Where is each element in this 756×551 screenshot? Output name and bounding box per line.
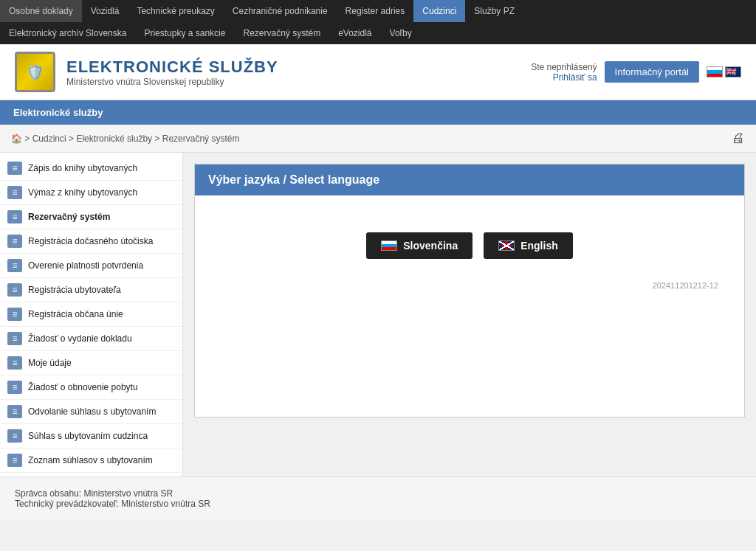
nav-item[interactable]: Cezhraničné podnikanie <box>224 0 337 22</box>
sidebar-item-label: Rezervačný systém <box>28 212 110 222</box>
logo-badge: 🛡️ <box>15 52 55 92</box>
sidebar-item-label: Registrácia občana únie <box>28 309 123 319</box>
list-icon <box>7 356 22 370</box>
print-icon[interactable]: 🖨 <box>732 131 745 146</box>
list-icon <box>7 210 22 223</box>
slovak-flag-icon <box>381 240 397 251</box>
nav-item[interactable]: eVozidlá <box>329 22 380 44</box>
sidebar-item[interactable]: Žiadosť o vydanie dokladu <box>0 327 182 351</box>
sidebar-item-label: Žiadosť o vydanie dokladu <box>28 333 132 344</box>
login-info: Ste neprihlásený Prihlásiť sa <box>531 62 597 83</box>
header-title: ELEKTRONICKÉ SLUŽBY Ministerstvo vnútra … <box>66 58 278 87</box>
sidebar-item[interactable]: Registrácia dočasného útočiska <box>0 229 182 254</box>
sidebar-item[interactable]: Moje údaje <box>0 351 182 375</box>
nav-item[interactable]: Služby PZ <box>465 0 523 22</box>
sidebar-item-label: Registrácia dočasného útočiska <box>28 236 153 246</box>
list-icon <box>7 283 22 297</box>
nav-item[interactable]: Vozidlá <box>82 0 128 22</box>
english-label: English <box>520 240 558 252</box>
sidebar-item-label: Súhlas s ubytovaním cudzinca <box>28 431 148 441</box>
content-body: Slovenčina 🇬🇧 English 202411201212-12 <box>195 195 744 417</box>
list-icon <box>7 308 22 321</box>
content-wrapper: Zápis do knihy ubytovanýchVýmaz z knihy … <box>0 153 756 477</box>
list-icon <box>7 405 22 418</box>
sidebar-item[interactable]: Registrácia občana únie <box>0 302 182 327</box>
nav-row-1: Osobné dokladyVozidláTechnické preukazyC… <box>0 0 756 22</box>
site-title: ELEKTRONICKÉ SLUŽBY <box>66 58 278 77</box>
header-right: Ste neprihlásený Prihlásiť sa Informačný… <box>531 61 741 83</box>
sidebar-item[interactable]: Odvolanie súhlasu s ubytovaním <box>0 400 182 424</box>
sidebar: Zápis do knihy ubytovanýchVýmaz z knihy … <box>0 153 183 477</box>
sidebar-item[interactable]: Zápis do knihy ubytovaných <box>0 156 182 181</box>
sidebar-item[interactable]: Rezervačný systém <box>0 205 182 229</box>
nav-item[interactable]: Priestupky a sankcie <box>135 22 234 44</box>
list-icon <box>7 332 22 345</box>
sidebar-item[interactable]: Výmaz z knihy ubytovaných <box>0 181 182 205</box>
breadcrumb: 🏠 > Cudzinci > Elektronické služby > Rez… <box>11 134 239 144</box>
sidebar-item-label: Výmaz z knihy ubytovaných <box>28 187 137 198</box>
blue-nav-item[interactable]: Elektronické služby <box>0 100 116 125</box>
slovak-label: Slovenčina <box>403 240 458 252</box>
flag-sk[interactable] <box>707 66 723 77</box>
nav-item[interactable]: Rezervačný systém <box>234 22 329 44</box>
sidebar-item-label: Overenie platnosti potvrdenia <box>28 260 143 271</box>
sidebar-item[interactable]: Žiadosť o obnovenie pobytu <box>0 375 182 400</box>
footer-line-2: Technický prevádzkovateľ: Ministerstvo v… <box>15 499 741 509</box>
sidebar-item[interactable]: Súhlas s ubytovaním cudzinca <box>0 424 182 448</box>
sidebar-item[interactable]: Zoznam súhlasov s ubytovaním <box>0 448 182 473</box>
info-portal-button[interactable]: Informačný portál <box>605 61 699 83</box>
list-icon <box>7 381 22 394</box>
page-header: 🛡️ ELEKTRONICKÉ SLUŽBY Ministerstvo vnút… <box>0 44 756 100</box>
sidebar-item-label: Moje údaje <box>28 358 72 368</box>
sidebar-item-label: Zápis do knihy ubytovaných <box>28 163 137 173</box>
footer-line-1: Správca obsahu: Ministerstvo vnútra SR <box>15 488 741 499</box>
nav-item[interactable]: Register adries <box>337 0 414 22</box>
sidebar-item-label: Žiadosť o obnovenie pobytu <box>28 382 138 392</box>
site-subtitle: Ministerstvo vnútra Slovenskej republiky <box>66 77 278 87</box>
sidebar-item-label: Odvolanie súhlasu s ubytovaním <box>28 406 156 417</box>
language-flags <box>707 66 741 77</box>
timestamp: 202411201212-12 <box>210 274 729 297</box>
nav-item[interactable]: Cudzinci <box>413 0 465 22</box>
sidebar-item-label: Registrácia ubytovateľa <box>28 285 121 295</box>
english-button[interactable]: 🇬🇧 English <box>484 232 573 259</box>
breadcrumb-bar: 🏠 > Cudzinci > Elektronické služby > Rez… <box>0 125 756 153</box>
flag-uk[interactable] <box>725 66 741 77</box>
sidebar-item-label: Zoznam súhlasov s ubytovaním <box>28 455 153 465</box>
header-left: 🛡️ ELEKTRONICKÉ SLUŽBY Ministerstvo vnút… <box>15 52 278 92</box>
sidebar-item[interactable]: Registrácia ubytovateľa <box>0 278 182 302</box>
slovenčina-button[interactable]: Slovenčina <box>366 232 472 259</box>
uk-flag-icon: 🇬🇧 <box>498 240 515 251</box>
blue-navigation: Elektronické služby <box>0 100 756 125</box>
list-icon <box>7 454 22 467</box>
list-icon <box>7 162 22 175</box>
list-icon <box>7 235 22 248</box>
main-content-area: Výber jazyka / Select language Slovenčin… <box>183 153 756 477</box>
nav-item[interactable]: Technické preukazy <box>128 0 223 22</box>
content-title: Výber jazyka / Select language <box>195 164 744 195</box>
list-icon <box>7 186 22 199</box>
home-icon[interactable]: 🏠 <box>11 134 22 144</box>
login-status: Ste neprihlásený <box>531 62 597 72</box>
content-box: Výber jazyka / Select language Slovenčin… <box>194 164 745 417</box>
nav-item[interactable]: Voľby <box>381 22 421 44</box>
sidebar-item[interactable]: Overenie platnosti potvrdenia <box>0 254 182 278</box>
login-link[interactable]: Prihlásiť sa <box>553 72 597 83</box>
language-selection: Slovenčina 🇬🇧 English <box>210 218 729 274</box>
page-footer: Správca obsahu: Ministerstvo vnútra SR T… <box>0 477 756 520</box>
nav-item[interactable]: Osobné doklady <box>0 0 82 22</box>
nav-row-2: Elektronický archív SlovenskaPriestupky … <box>0 22 756 44</box>
nav-item[interactable]: Elektronický archív Slovenska <box>0 22 135 44</box>
top-navigation: Osobné dokladyVozidláTechnické preukazyC… <box>0 0 756 44</box>
breadcrumb-path: > Cudzinci > Elektronické služby > Rezer… <box>24 134 239 144</box>
list-icon <box>7 429 22 443</box>
list-icon <box>7 259 22 272</box>
